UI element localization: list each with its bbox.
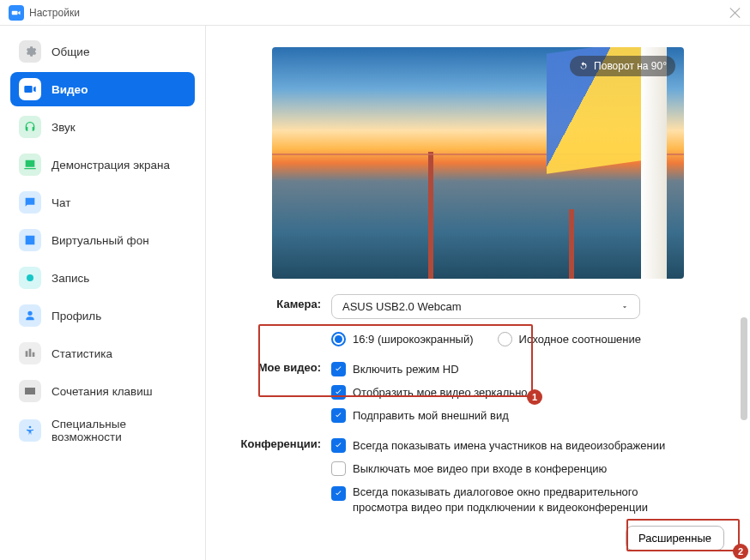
advanced-button[interactable]: Расширенные (626, 526, 724, 551)
preview-dialog-label: Всегда показывать диалоговое окно предва… (353, 485, 696, 515)
sidebar-item-label: Статистика (51, 347, 112, 360)
aspect-orig-radio[interactable]: Исходное соотношение (498, 328, 642, 351)
radio-unselected-icon (498, 332, 512, 346)
preview-dialog-checkbox[interactable]: Всегда показывать диалоговое окно предва… (331, 480, 724, 519)
annotation-badge-2: 2 (733, 544, 748, 559)
radio-selected-icon (331, 332, 346, 346)
accessibility-icon (19, 419, 41, 442)
headphones-icon (19, 116, 41, 138)
sidebar-item-label: Специальные возможности (51, 418, 172, 443)
sidebar-item-video[interactable]: Видео (10, 72, 195, 106)
touchup-label: Подправить мой внешний вид (353, 409, 509, 422)
myvideo-label: Мое видео: (232, 358, 331, 374)
sidebar-item-label: Сочетания клавиш (51, 385, 153, 398)
sidebar-item-audio[interactable]: Звук (10, 110, 195, 144)
checkbox-unchecked-icon (331, 461, 346, 476)
sidebar-item-label: Виртуальный фон (51, 234, 149, 247)
rotate-icon (578, 61, 589, 71)
sidebar-item-label: Профиль (51, 310, 101, 322)
titlebar: Настройки (0, 0, 750, 26)
aspect-orig-label: Исходное соотношение (519, 333, 642, 346)
scrollbar[interactable] (741, 317, 747, 489)
scrollbar-thumb[interactable] (741, 317, 747, 420)
meetings-label: Конференции: (232, 434, 331, 450)
sidebar-item-label: Общие (51, 45, 89, 58)
video-preview: Поворот на 90° (272, 47, 684, 279)
hd-label: Включить режим HD (353, 363, 459, 376)
mirror-label: Отобразить мое видео зеркально (353, 386, 528, 399)
record-icon (19, 267, 41, 289)
sidebar-item-share[interactable]: Демонстрация экрана (10, 148, 195, 182)
sidebar-item-label: Звук (51, 121, 76, 134)
chat-icon (19, 191, 41, 214)
checkbox-checked-icon (331, 438, 346, 453)
checkbox-checked-icon (331, 385, 346, 400)
profile-icon (19, 304, 41, 327)
names-label: Всегда показывать имена участников на ви… (353, 439, 665, 452)
gear-icon (19, 40, 41, 63)
zoom-app-icon (9, 5, 24, 21)
aspect-wide-radio[interactable]: 16:9 (широкоэкранный) (331, 328, 474, 351)
sidebar-item-label: Демонстрация экрана (51, 159, 170, 172)
window-title: Настройки (29, 7, 80, 19)
names-checkbox[interactable]: Всегда показывать имена участников на ви… (331, 434, 724, 457)
stats-icon (19, 342, 41, 364)
rotate-90-button[interactable]: Поворот на 90° (570, 56, 675, 76)
touchup-checkbox[interactable]: Подправить мой внешний вид (331, 404, 724, 427)
camera-select-value: ASUS USB2.0 Webcam (342, 300, 461, 313)
sidebar-item-access[interactable]: Специальные возможности (10, 412, 195, 449)
off-on-join-checkbox[interactable]: Выключать мое видео при входе в конферен… (331, 457, 724, 480)
rotate-label: Поворот на 90° (594, 60, 667, 72)
checkbox-checked-icon (331, 408, 346, 423)
hd-checkbox[interactable]: Включить режим HD (331, 358, 724, 381)
sidebar-item-keys[interactable]: Сочетания клавиш (10, 374, 195, 408)
svg-point-0 (27, 274, 33, 281)
camera-select[interactable]: ASUS USB2.0 Webcam (331, 294, 640, 319)
video-icon (19, 78, 41, 100)
checkbox-checked-icon (331, 486, 346, 501)
share-screen-icon (19, 154, 41, 176)
off-on-join-label: Выключать мое видео при входе в конферен… (353, 462, 607, 475)
aspect-wide-label: 16:9 (широкоэкранный) (353, 333, 474, 346)
sidebar-item-general[interactable]: Общие (10, 34, 195, 69)
sidebar-item-label: Чат (51, 196, 70, 209)
sidebar-item-profile[interactable]: Профиль (10, 298, 195, 333)
checkbox-checked-icon (331, 362, 346, 376)
chevron-down-icon (620, 303, 629, 311)
sidebar-item-vbg[interactable]: Виртуальный фон (10, 223, 195, 257)
keyboard-icon (19, 380, 41, 402)
mirror-checkbox[interactable]: Отобразить мое видео зеркально (331, 381, 724, 404)
sidebar-item-stats[interactable]: Статистика (10, 336, 195, 370)
content-pane: Поворот на 90° Камера: ASUS USB2.0 Webca… (206, 26, 750, 560)
sidebar-item-label: Видео (51, 83, 88, 96)
sidebar-item-label: Запись (51, 272, 89, 285)
virtual-background-icon (19, 229, 41, 251)
camera-label: Камера: (232, 294, 331, 310)
sidebar-item-rec[interactable]: Запись (10, 261, 195, 295)
close-icon[interactable] (729, 7, 741, 19)
sidebar-item-chat[interactable]: Чат (10, 185, 195, 220)
sidebar: Общие Видео Звук Демонстрация экрана Чат… (0, 26, 206, 560)
